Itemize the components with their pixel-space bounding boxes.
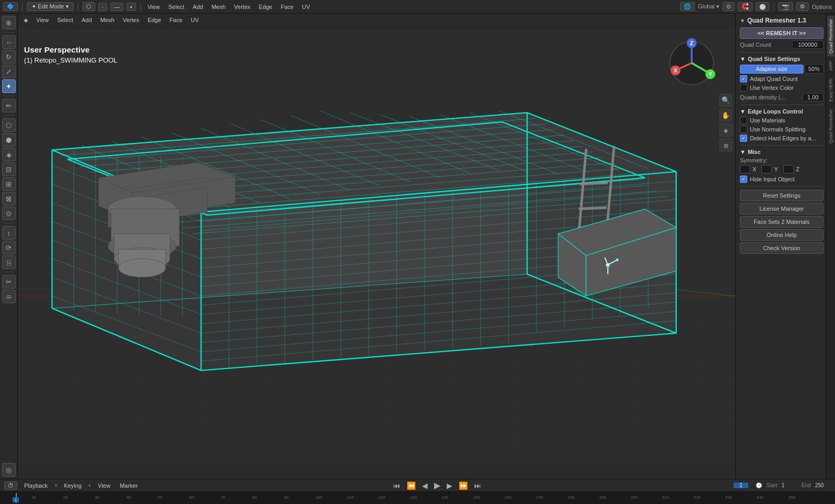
edit-mode-dropdown[interactable]: ✦ Edit Mode ▾	[27, 2, 74, 11]
extrude-tool[interactable]: ⬡	[2, 118, 16, 132]
vp-edge-menu[interactable]: Edge	[145, 16, 164, 24]
edge-mode[interactable]: —	[110, 3, 123, 11]
use-materials-checkbox[interactable]	[740, 117, 747, 124]
menu-select[interactable]: Select	[166, 3, 187, 11]
menu-mesh[interactable]: Mesh	[209, 3, 228, 11]
inset-tool[interactable]: ⬢	[2, 133, 16, 147]
proportional-edit[interactable]: ⊙	[723, 2, 735, 11]
annotate-tool[interactable]: ✏	[2, 99, 16, 112]
hide-input-checkbox[interactable]	[740, 176, 747, 183]
license-manager-button[interactable]: License Manager	[740, 203, 823, 214]
vp-select-menu[interactable]: Select	[55, 16, 76, 24]
slide-tool[interactable]: ↕	[2, 226, 16, 240]
menu-add[interactable]: Add	[190, 3, 206, 11]
blender-logo[interactable]: 🔷	[3, 2, 18, 11]
sep	[22, 3, 23, 11]
vp-uv-menu[interactable]: UV	[188, 16, 201, 24]
prev-keyframe-btn[interactable]: ⏪	[406, 481, 417, 490]
cursor-tool[interactable]: ⊕	[2, 16, 16, 29]
spin-tool[interactable]: ⟳	[2, 241, 16, 254]
svg-point-141	[606, 263, 610, 266]
quad-count-value[interactable]: 100000	[792, 40, 823, 49]
vp-add-menu[interactable]: Add	[79, 16, 95, 24]
rip-tool[interactable]: ✂	[2, 275, 16, 289]
quads-density-value[interactable]: 1.00	[802, 93, 823, 101]
scene-svg: User Perspective (1) Retopo_SWIMMING POO…	[18, 14, 735, 479]
vp-face-menu[interactable]: Face	[167, 16, 185, 24]
jump-start-btn[interactable]: ⏮	[392, 481, 401, 490]
detect-hard-edges-checkbox[interactable]	[740, 135, 747, 142]
snap-btn[interactable]: 🧲	[738, 2, 752, 11]
vertex-mode[interactable]: ·	[98, 3, 107, 11]
next-frame-btn[interactable]: ▶	[446, 481, 453, 490]
hide-input-label: Hide Input Object	[750, 176, 795, 182]
render-icon[interactable]: 📷	[778, 2, 793, 11]
current-frame-badge[interactable]: 1	[734, 482, 748, 488]
vp-view-menu[interactable]: View	[34, 16, 51, 24]
play-btn[interactable]: ▶	[433, 480, 441, 490]
bevel-tool[interactable]: ◈	[2, 148, 16, 161]
tl-mark-50: 50	[158, 495, 162, 500]
online-help-button[interactable]: Online Help	[740, 229, 823, 241]
move-tool[interactable]: ↔	[2, 35, 16, 49]
reset-settings-button[interactable]: Reset Settings	[740, 190, 823, 201]
scale-tool[interactable]: ⤢	[2, 65, 16, 78]
remesh-it-button[interactable]: << REMESH IT >>	[740, 27, 823, 39]
adaptive-size-button[interactable]: Adaptive size	[740, 65, 803, 74]
use-materials-row: Use Materials	[740, 117, 823, 124]
smooth-tool[interactable]: ⌸	[2, 255, 16, 269]
adapt-quad-count-checkbox[interactable]	[740, 75, 747, 83]
jump-end-btn[interactable]: ⏭	[473, 481, 482, 490]
tab-quad-remesher2[interactable]: Quad Remesher	[827, 106, 834, 147]
rotate-tool[interactable]: ↻	[2, 50, 16, 64]
transform-tool[interactable]: ✦	[2, 79, 16, 93]
end-value[interactable]: 250	[815, 482, 831, 488]
adaptive-size-pct[interactable]: 50%	[805, 64, 823, 74]
detect-hard-edges-row: Detect Hard Edges by a...	[740, 135, 823, 142]
tab-quad-remesher[interactable]: Quad Remesher	[827, 16, 834, 57]
vp-header-icon[interactable]: ◈	[21, 16, 30, 24]
sym-y-checkbox[interactable]	[761, 165, 772, 173]
sym-z-checkbox[interactable]	[784, 165, 794, 173]
overlay-btn[interactable]: ⬤	[756, 2, 769, 11]
view-menu[interactable]: View	[95, 482, 113, 489]
merge-tool[interactable]: ⌯	[2, 290, 16, 303]
loop-cut-tool[interactable]: ⊟	[2, 162, 16, 176]
playback-menu[interactable]: Playback	[22, 482, 50, 489]
face-sets-button[interactable]: Face Sets 2 Materials	[740, 216, 823, 228]
scene-icon[interactable]: 🌐	[680, 2, 695, 11]
use-vertex-color-checkbox[interactable]	[740, 84, 747, 91]
mesh-icon[interactable]: ⬡	[83, 2, 95, 11]
check-version-button[interactable]: Check Version	[740, 242, 823, 254]
timeline-bar[interactable]: 1 10 20 30 40 50 60 70 80 90 100 110 120…	[0, 491, 835, 503]
menu-uv[interactable]: UV	[300, 3, 313, 11]
next-keyframe-btn[interactable]: ⏩	[458, 481, 469, 490]
vp-vertex-menu[interactable]: Vertex	[120, 16, 142, 24]
editor-icon[interactable]: ⚙	[796, 2, 809, 11]
keying-menu[interactable]: Keying	[61, 482, 85, 489]
menu-edge[interactable]: Edge	[256, 3, 275, 11]
use-normals-checkbox[interactable]	[740, 126, 747, 133]
origin-tool[interactable]: ◎	[2, 463, 16, 477]
menu-vertex[interactable]: Vertex	[231, 3, 253, 11]
viewport[interactable]: ◈ View Select Add Mesh Vertex Edge Face …	[18, 14, 735, 479]
sym-x-label: X	[752, 166, 756, 172]
tab-arp[interactable]: ARP	[827, 58, 834, 74]
vp-mesh-menu[interactable]: Mesh	[98, 16, 117, 24]
timeline-icon[interactable]: ⏱	[4, 481, 17, 490]
svg-text:X: X	[674, 67, 677, 74]
options-btn[interactable]: Options	[812, 4, 832, 10]
menu-view[interactable]: View	[145, 3, 163, 11]
start-value[interactable]: 1	[781, 482, 797, 488]
bisect-tool[interactable]: ⊙	[2, 207, 16, 220]
tab-easy-hdri[interactable]: Easy HDRI	[827, 75, 834, 105]
face-mode[interactable]: ▪	[127, 3, 136, 11]
sym-x-checkbox[interactable]	[740, 165, 750, 173]
knife-tool[interactable]: ⊠	[2, 192, 16, 205]
prev-frame-btn[interactable]: ◀	[421, 481, 429, 490]
bottom-timeline-header: ⏱ Playback ▾ Keying ▾ View Marker ⏮ ⏪ ◀ …	[0, 479, 835, 491]
transform-global[interactable]: Global ▾	[698, 3, 719, 10]
marker-menu[interactable]: Marker	[117, 482, 140, 489]
offset-tool[interactable]: ⊞	[2, 177, 16, 191]
menu-face[interactable]: Face	[278, 3, 296, 11]
